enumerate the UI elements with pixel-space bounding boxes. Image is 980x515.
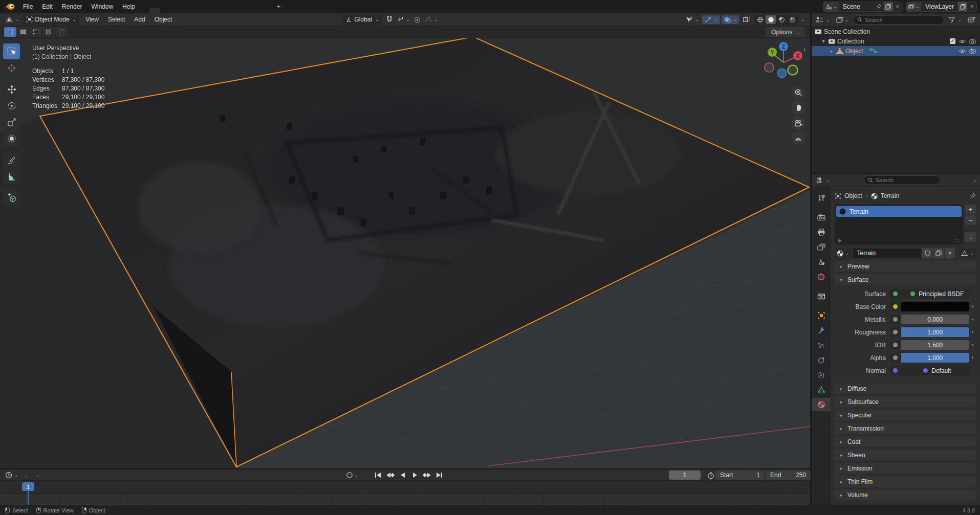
viewlayer-icon[interactable]: ⌄ [906, 2, 922, 11]
navigation-gizmo[interactable]: Z Y X [760, 39, 807, 85]
tab-modifiers[interactable] [812, 324, 831, 337]
property-value-widget[interactable] [901, 302, 969, 311]
playhead[interactable] [28, 490, 29, 505]
outliner-filter-mode-button[interactable]: ⌄ [834, 16, 852, 24]
viewport-3d[interactable]: User Perspective (1) Collection | Object… [0, 38, 810, 468]
prev-keyframe-button[interactable] [385, 471, 396, 480]
hide-eye-icon[interactable] [959, 39, 966, 44]
tool-scale[interactable] [3, 114, 20, 130]
topbar-menu-item[interactable]: File [18, 1, 37, 12]
outliner-row-scene-collection[interactable]: Scene Collection [812, 27, 980, 36]
workspace-tab[interactable] [250, 8, 262, 13]
render-camera-icon[interactable] [969, 48, 976, 54]
material-slot-active[interactable]: Terrain [836, 206, 962, 217]
outliner-display-mode-button[interactable]: ⌄ [814, 15, 832, 24]
timeline-channels[interactable] [0, 494, 810, 505]
material-name-field[interactable]: Terrain [853, 248, 922, 258]
timeline-editor-type-button[interactable]: ⌄ [3, 471, 20, 480]
object-visibility-dropdown[interactable]: ⌄ [683, 15, 701, 24]
workspace-tab[interactable] [228, 8, 239, 13]
browse-material-button[interactable]: ⌄ [835, 248, 852, 258]
end-frame-field[interactable]: End250 [766, 471, 811, 480]
delete-scene-button[interactable]: × [893, 2, 902, 11]
start-frame-field[interactable]: Start1 [715, 471, 765, 480]
topbar-menu-item[interactable]: Render [57, 1, 86, 12]
show-gizmo-toggle[interactable]: ⌄ [702, 15, 720, 24]
add-material-slot-button[interactable]: + [965, 205, 976, 214]
next-keyframe-button[interactable] [422, 471, 433, 480]
tab-view-layer[interactable] [812, 240, 831, 254]
shading-rendered-button[interactable] [787, 15, 797, 24]
node-socket-button[interactable] [890, 327, 901, 337]
expand-icon[interactable]: ▸ [829, 49, 834, 54]
play-reverse-button[interactable] [397, 471, 408, 480]
tab-output[interactable] [812, 226, 831, 239]
expand-icon[interactable]: ▼ [821, 39, 826, 44]
workspace-tab[interactable] [216, 8, 228, 13]
collapsed-section-header[interactable]: ▸Transmission [835, 423, 976, 434]
slot-expand-icon[interactable]: ▶ [838, 238, 842, 243]
tab-physics[interactable] [812, 353, 831, 367]
auto-keying-toggle[interactable]: ⌄ [346, 472, 358, 478]
remove-viewlayer-button[interactable]: × [967, 2, 976, 11]
tab-object[interactable] [812, 309, 831, 322]
workspace-tab[interactable] [160, 8, 171, 13]
breadcrumb-material[interactable]: Terrain [881, 192, 900, 199]
shading-dropdown[interactable]: ⌄ [801, 17, 805, 22]
shading-solid-button[interactable] [766, 15, 776, 24]
tool-cursor[interactable] [3, 60, 20, 76]
remove-material-slot-button[interactable]: − [965, 215, 976, 225]
node-socket-button[interactable] [890, 315, 901, 324]
preview-section-header[interactable]: ▸Preview:::: [835, 261, 976, 272]
pin-scene-icon[interactable] [875, 2, 884, 11]
viewlayer-name[interactable]: ViewLayer [921, 3, 958, 10]
tab-render[interactable] [812, 211, 831, 224]
outliner-search-input[interactable] [865, 17, 940, 23]
xray-toggle[interactable] [741, 15, 752, 24]
tool-add-cube[interactable] [3, 190, 20, 206]
collapsed-section-header[interactable]: ▸Subsurface [835, 396, 976, 407]
node-socket-button[interactable] [890, 302, 901, 311]
property-value-widget[interactable]: 1.500 1.500 1.500 [901, 340, 969, 350]
property-value-widget[interactable]: 1.000 1.000 1.000 [901, 327, 969, 337]
property-value-widget[interactable]: 1.000 1.000 1.000 [901, 353, 969, 363]
snap-target-selector[interactable]: ⌄ [395, 15, 412, 24]
jump-to-end-button[interactable] [434, 471, 445, 480]
timeline-menu-item[interactable] [20, 470, 32, 480]
node-socket-button[interactable] [890, 353, 901, 363]
zoom-button[interactable] [791, 85, 805, 100]
tab-tool[interactable] [812, 191, 831, 205]
node-socket-button[interactable] [890, 289, 901, 299]
collapsed-section-header[interactable]: ▸Sheen [835, 450, 976, 460]
timeline-menu-item[interactable] [32, 470, 43, 480]
properties-search[interactable] [864, 175, 941, 185]
animate-decorator[interactable] [969, 331, 976, 333]
collapsed-section-header[interactable]: ▸Specular [835, 410, 976, 420]
material-specials-button[interactable]: ⌄ [965, 232, 976, 242]
properties-search-input[interactable] [876, 177, 937, 183]
options-button[interactable]: Options⌄ [766, 27, 805, 37]
animate-decorator[interactable] [969, 344, 976, 346]
select-mode-invert[interactable] [42, 27, 55, 37]
property-value-widget[interactable]: Default Default Default [901, 366, 969, 375]
timeline-menu-item[interactable] [43, 470, 52, 480]
workspace-tab[interactable] [239, 8, 250, 13]
node-socket-button[interactable] [890, 340, 901, 350]
viewport-menu-item[interactable]: Add [129, 14, 149, 25]
collapsed-section-header[interactable]: ▸Volume [835, 489, 976, 500]
property-value-widget[interactable]: Principled BSDF Principled BSDF Principl… [901, 289, 969, 299]
slot-grip[interactable]: :::: [954, 238, 960, 243]
hide-eye-icon[interactable] [959, 49, 966, 54]
playhead-frame-badge[interactable]: 1 [22, 482, 34, 491]
viewport-menu-item[interactable]: View [81, 14, 103, 25]
jump-to-start-button[interactable] [373, 471, 384, 480]
shading-wireframe-button[interactable] [755, 15, 765, 24]
tab-object-data[interactable] [812, 383, 831, 396]
collapsed-section-header[interactable]: ▸Thin Film [835, 476, 976, 487]
workspace-tab[interactable] [262, 8, 273, 13]
tool-measure[interactable] [3, 168, 20, 184]
material-link-selector[interactable]: ⌄ [959, 248, 976, 258]
collapsed-section-header[interactable]: ▸Diffuse [835, 383, 976, 394]
outliner-search[interactable] [853, 15, 944, 25]
properties-editor-type-button[interactable]: ⌄ [815, 176, 833, 185]
